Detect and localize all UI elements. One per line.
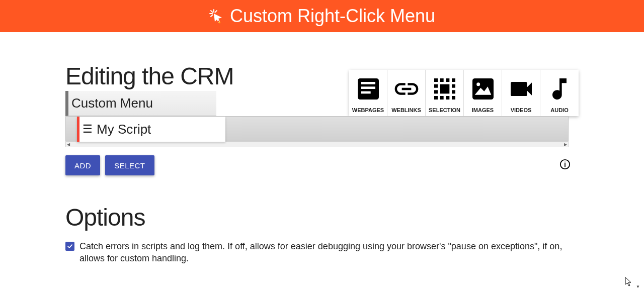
- scroll-right-icon[interactable]: ▶: [563, 142, 568, 147]
- crm-script-item[interactable]: ☰ My Script: [77, 117, 225, 142]
- svg-rect-11: [434, 78, 438, 82]
- svg-point-28: [565, 162, 566, 163]
- svg-line-3: [215, 11, 217, 13]
- catch-errors-label: Catch errors in scripts and log them. If…: [79, 240, 579, 265]
- horizontal-scrollbar[interactable]: ◀ ▶: [65, 141, 569, 147]
- svg-line-4: [211, 15, 213, 17]
- svg-rect-8: [361, 82, 375, 84]
- crm-root-label: Custom Menu: [71, 95, 153, 111]
- app-header: Custom Right-Click Menu: [0, 0, 644, 32]
- option-catch-errors: Catch errors in scripts and log them. If…: [65, 240, 579, 265]
- catch-errors-checkbox[interactable]: [65, 242, 74, 251]
- svg-rect-21: [452, 84, 455, 88]
- mouse-cursor-icon: [625, 277, 633, 289]
- scroll-left-icon[interactable]: ◀: [66, 142, 71, 147]
- svg-rect-12: [440, 78, 443, 82]
- chevron-down-icon[interactable]: ▼: [636, 284, 640, 289]
- svg-point-25: [476, 82, 480, 86]
- action-button-row: ADD SELECT: [65, 155, 579, 175]
- crm-tree: Custom Menu ☰ My Script ◀ ▶: [65, 91, 579, 147]
- drag-handle-icon[interactable]: ☰: [79, 123, 97, 136]
- svg-rect-14: [452, 78, 455, 82]
- info-icon[interactable]: [559, 159, 571, 172]
- svg-rect-9: [361, 86, 375, 89]
- svg-line-2: [211, 11, 213, 13]
- svg-rect-19: [434, 84, 438, 88]
- add-button[interactable]: ADD: [65, 155, 100, 175]
- crm-item-label: My Script: [97, 122, 151, 137]
- crm-root-item[interactable]: Custom Menu: [65, 91, 216, 116]
- crm-children-container: ☰ My Script: [65, 116, 569, 141]
- cursor-click-icon: [209, 9, 224, 24]
- options-title: Options: [65, 204, 579, 231]
- svg-rect-13: [446, 78, 449, 82]
- select-button[interactable]: SELECT: [105, 155, 154, 175]
- app-title: Custom Right-Click Menu: [230, 6, 435, 27]
